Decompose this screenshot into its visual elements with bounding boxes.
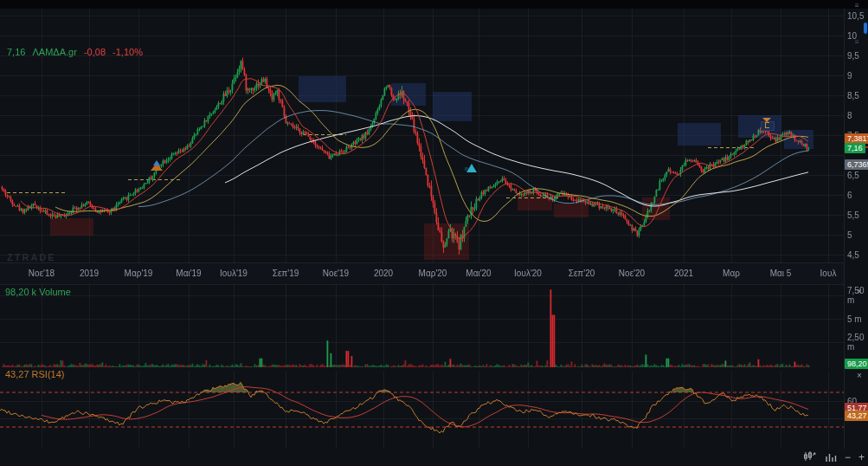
price-axis-label: 9	[847, 71, 852, 81]
price-scale-divider	[844, 9, 845, 449]
volume-axis-badge: 98,20 k	[845, 359, 868, 369]
date-axis-label: Μαρ'20	[419, 269, 447, 278]
panel-toggle-icon-2[interactable]: ≡	[855, 38, 859, 46]
date-axis-label: Ιουλ'19	[220, 269, 248, 278]
chart-style-icon[interactable]	[803, 450, 817, 464]
date-axis-label: 2020	[374, 269, 393, 278]
panel-toggle-icon[interactable]: ≡	[855, 2, 859, 10]
date-axis-label: Ιουλ	[820, 269, 837, 278]
volume-axis-label: 2,50 m	[847, 333, 868, 352]
price-axis-label: 4,5	[847, 250, 859, 260]
date-axis-label: Νοε'19	[323, 269, 349, 278]
date-axis-label: Μαρ'19	[125, 269, 153, 278]
rsi-pane-title: 43,27 RSI(14)	[5, 369, 65, 379]
price-axis-label: 6	[847, 191, 852, 200]
volcano-peak-icon	[153, 160, 160, 165]
date-axis-label: Μαρ	[723, 269, 740, 278]
ztrade-watermark: ZTRADE	[7, 252, 56, 262]
date-axis-label: Ιουλ'20	[514, 269, 542, 278]
last-price-label: 7,16	[7, 47, 25, 57]
volume-indicator-name: Volume	[39, 287, 71, 297]
price-axis-label: 5,5	[847, 210, 859, 220]
zoom-in-button[interactable]: +	[858, 451, 865, 463]
time-scale[interactable]: Νοε'182019Μαρ'19Μαι'19Ιουλ'19Σεπ'19Νοε'1…	[0, 262, 844, 285]
date-axis-label: Σεπ'20	[569, 269, 595, 278]
volume-axis-label: 5 m	[847, 314, 862, 324]
price-axis-label: 10,5	[847, 11, 864, 21]
price-axis-label: 9,5	[847, 51, 859, 61]
rsi-indicator-name: RSI(14)	[32, 369, 65, 379]
volume-pane-title: 98,20 k Volume	[5, 287, 71, 297]
price-axis-badge: 6,7365	[845, 159, 868, 170]
chart-canvas[interactable]	[0, 0, 868, 466]
flag-glyph	[765, 122, 769, 128]
symbol-name[interactable]: ΛΑΜΔΑ.gr	[32, 47, 76, 57]
price-axis-label: 8,5	[847, 91, 859, 100]
scrollbar-thumb[interactable]	[864, 23, 867, 34]
price-axis-label: 5	[847, 230, 852, 240]
date-axis-label: 2019	[80, 269, 99, 278]
date-axis-label: Νοε'20	[619, 269, 645, 278]
volume-histogram-icon[interactable]	[825, 451, 837, 464]
rsi-last-value: 43,27	[5, 369, 29, 379]
toolbar-right-group: − +	[803, 450, 865, 464]
symbol-legend: 7,16 ΛΑΜΔΑ.gr -0,08 -1,10%	[7, 47, 143, 57]
price-change: -0,08	[84, 47, 106, 57]
volume-last-value: 98,20 k	[5, 287, 36, 297]
price-axis-label: 8	[847, 111, 852, 120]
date-axis-label: Νοε'18	[29, 269, 55, 278]
price-axis-badge: 7,16	[845, 143, 865, 153]
zoom-out-button[interactable]: −	[845, 451, 851, 463]
top-strip	[0, 0, 868, 9]
date-axis-label: Μαι'20	[466, 269, 491, 278]
date-axis-label: 2021	[674, 269, 693, 278]
rsi-pane-close-icon[interactable]: ×	[854, 371, 865, 381]
volume-pane-close-icon[interactable]: ×	[854, 287, 865, 297]
rsi-axis-badge: 43,27	[845, 411, 868, 421]
date-axis-label: Σεπ'19	[273, 269, 299, 278]
price-change-percent: -1,10%	[113, 47, 143, 57]
teal-triangle-mark	[465, 167, 468, 171]
charting-app-window: 7,16 ΛΑΜΔΑ.gr -0,08 -1,10% ZTRADE Νοε'18…	[0, 0, 868, 466]
date-axis-label: Μαι 5	[770, 269, 792, 278]
date-axis-label: Μαι'19	[176, 269, 201, 278]
price-axis-label: 6,5	[847, 171, 859, 180]
